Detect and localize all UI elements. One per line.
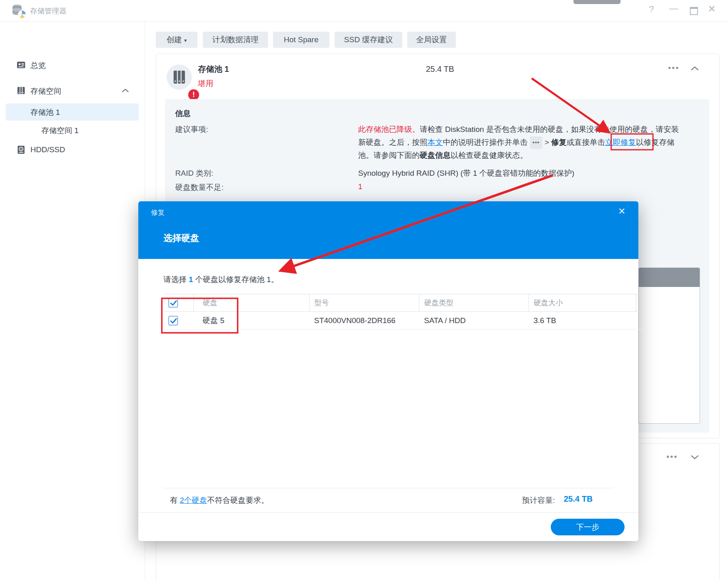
select-disk-prompt: 请选择 1 个硬盘以修复存储池 1。: [163, 274, 279, 285]
suggestion-line2-e: 以修复存储: [636, 138, 674, 147]
sidebar-item-hdd-ssd[interactable]: HDD/SSD: [0, 141, 145, 159]
sidebar-item-volume1[interactable]: 存储空间 1: [0, 123, 145, 138]
estimated-capacity-label: 预计容量:: [522, 495, 555, 506]
volume-more-menu-icon[interactable]: •••: [666, 452, 678, 461]
disk-size-cell: 3.6 TB: [529, 312, 636, 330]
pool-avatar: !: [167, 65, 192, 90]
chevron-up-icon[interactable]: [121, 88, 129, 93]
missing-disks-label: 硬盘数量不足:: [175, 182, 223, 193]
sidebar-item-label: 总览: [30, 60, 46, 71]
suggestion-line2-a: 新硬盘。之后，按照: [358, 138, 427, 147]
dialog-step-title: 选择硬盘: [163, 232, 199, 244]
sidebar: 总览 存储空间 存储池 1 存储空间 1: [0, 21, 145, 580]
suggestion-line3: 池。请参阅下面的硬盘信息以检查硬盘健康状态。: [358, 149, 707, 162]
caret-down-icon: ▾: [184, 37, 187, 43]
global-settings-button[interactable]: 全局设置: [407, 32, 456, 48]
disk-name-cell: 硬盘 5: [194, 312, 309, 330]
overview-icon: [16, 60, 26, 70]
pool-status-degraded: 堪用: [198, 78, 213, 89]
sidebar-item-label: HDD/SSD: [30, 145, 65, 154]
app-title: 存储管理器: [30, 6, 67, 16]
disk5-checkbox[interactable]: [168, 316, 178, 326]
suggestion-text: 此存储池已降级。请检查 DiskStation 是否包含未使用的硬盘，如果没有未…: [358, 123, 707, 162]
ssd-cache-advisor-button[interactable]: SSD 缓存建议: [335, 32, 402, 48]
dialog-header: 修复 选择硬盘 ✕: [138, 201, 638, 259]
dialog-close-icon[interactable]: ✕: [618, 206, 625, 217]
sidebar-item-label: 存储空间 1: [41, 125, 79, 136]
storage-rack-icon: [16, 86, 26, 95]
alert-badge-icon: !: [188, 89, 199, 100]
next-button[interactable]: 下一步: [551, 519, 625, 535]
disk-table: 硬盘 型号 硬盘类型 硬盘大小 硬盘 5 ST4000VN008-2DR166 …: [163, 294, 644, 330]
close-window-icon[interactable]: ✕: [708, 3, 716, 24]
incompatible-disks-note: 有 2个硬盘不符合硬盘要求。: [170, 495, 269, 506]
sidebar-item-storage[interactable]: 存储空间: [0, 82, 145, 100]
suggestion-line2: 新硬盘。之后，按照本文中的说明进行操作并单击•••> 修复或直接单击立即修复以修…: [358, 136, 707, 149]
create-button-label: 创建: [167, 35, 182, 44]
suggestion-line2-b: 中的说明进行操作并单击: [443, 138, 528, 147]
sidebar-item-pool1[interactable]: 存储池 1: [0, 103, 145, 121]
pool-more-menu-icon[interactable]: •••: [668, 63, 679, 73]
raid-type-label: RAID 类别:: [175, 168, 213, 179]
repair-now-link[interactable]: 立即修复: [605, 138, 636, 147]
disk-table-row[interactable]: 硬盘 5 ST4000VN008-2DR166 SATA / HDD 3.6 T…: [163, 312, 644, 330]
disk-model-cell: ST4000VN008-2DR166: [309, 312, 419, 330]
prompt-number: 1: [189, 275, 193, 284]
suggestion-line1: 此存储池已降级。请检查 DiskStation 是否包含未使用的硬盘，如果没有未…: [358, 123, 707, 136]
minimize-icon[interactable]: —: [669, 3, 678, 24]
pool-capacity: 25.4 TB: [426, 65, 454, 74]
select-all-checkbox[interactable]: [168, 298, 178, 308]
suggestion-label: 建议事项:: [175, 124, 208, 135]
disk-type-cell: SATA / HDD: [419, 312, 529, 330]
app-window: 存储管理器 ? — ✕ 总览 存: [0, 0, 728, 580]
storage-manager-app-icon: [11, 3, 27, 19]
suggestion-line2-d: 或直接单击: [567, 138, 605, 147]
pool-collapse-chevron-up-icon[interactable]: [690, 65, 699, 71]
col-header-stub: [636, 294, 644, 312]
col-header-disk[interactable]: 硬盘: [194, 294, 309, 312]
volume-expand-chevron-down-icon[interactable]: [690, 454, 699, 460]
estimated-capacity-value: 25.4 TB: [564, 494, 593, 504]
col-header-type[interactable]: 硬盘类型: [419, 294, 529, 312]
footer-separator: [163, 488, 613, 488]
create-button[interactable]: 创建 ▾: [156, 32, 198, 48]
sidebar-item-label: 存储池 1: [30, 107, 60, 118]
raid-type-value: Synology Hybrid RAID (SHR) (带 1 个硬盘容错功能的…: [358, 168, 574, 179]
pool-rack-icon: [173, 70, 185, 84]
dialog-title: 修复: [151, 208, 165, 217]
pool-title: 存储池 1: [198, 64, 229, 75]
degraded-warning-text: 此存储池已降级。: [358, 125, 420, 134]
this-article-link[interactable]: 本文: [427, 138, 443, 147]
check-icon: [170, 300, 178, 307]
missing-disks-value: 1: [358, 182, 363, 191]
dialog-footer-bar: 下一步: [138, 512, 638, 541]
scheduled-scrubbing-button[interactable]: 计划数据清理: [203, 32, 268, 48]
incompatible-disks-link[interactable]: 2个硬盘: [180, 496, 207, 505]
suggestion-line3-a: 池。请参阅下面的: [358, 151, 420, 160]
disk-table-header-row: 硬盘 型号 硬盘类型 硬盘大小: [163, 294, 644, 312]
prompt-b: 个硬盘以修复存储池 1。: [195, 275, 279, 284]
maximize-icon[interactable]: [690, 7, 698, 15]
check-icon: [170, 317, 178, 325]
prompt-a: 请选择: [163, 275, 187, 284]
sidebar-item-overview[interactable]: 总览: [0, 56, 145, 74]
repair-dialog: 修复 选择硬盘 ✕ 请选择 1 个硬盘以修复存储池 1。 硬盘 型号 硬盘类型 …: [138, 201, 638, 541]
sidebar-item-label: 存储空间: [30, 86, 61, 97]
help-icon[interactable]: ?: [649, 4, 654, 25]
repair-bold-text: 修复: [551, 138, 567, 147]
col-header-model[interactable]: 型号: [309, 294, 419, 312]
top-scrollbar-artifact: [573, 0, 621, 4]
hdd-icon: [16, 145, 26, 155]
drive-slot-panel-header: [639, 268, 700, 287]
inline-more-menu-icon[interactable]: •••: [530, 136, 542, 149]
selected-highlight: [6, 103, 139, 121]
gt-separator: >: [545, 138, 549, 147]
disk-info-bold-text: 硬盘信息: [420, 151, 451, 160]
col-header-size[interactable]: 硬盘大小: [529, 294, 636, 312]
note-pre: 有: [170, 496, 178, 505]
suggestion-line3-b: 以检查硬盘健康状态。: [451, 151, 528, 160]
info-heading: 信息: [175, 108, 191, 119]
hot-spare-button[interactable]: Hot Spare: [273, 32, 329, 48]
note-post: 不符合硬盘要求。: [207, 496, 269, 505]
suggestion-line1-rest: 请检查 DiskStation 是否包含未使用的硬盘，如果没有未使用的硬盘，请安…: [420, 125, 679, 134]
